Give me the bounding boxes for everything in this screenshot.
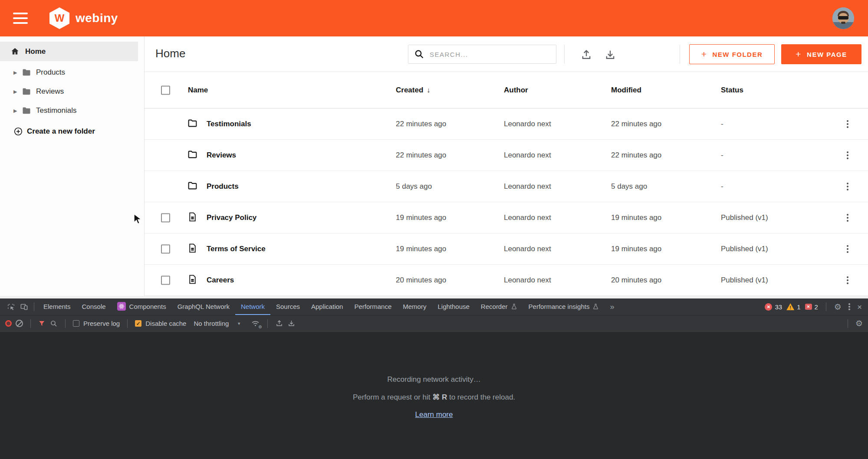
home-icon — [10, 47, 20, 56]
row-modified: 5 days ago — [611, 182, 647, 191]
tab-lighthouse[interactable]: Lighthouse — [432, 298, 475, 315]
row-menu-button[interactable] — [842, 213, 853, 223]
more-tabs-button[interactable]: » — [610, 302, 614, 311]
chevron-down-icon[interactable] — [237, 321, 241, 326]
experiment-flask-icon — [511, 303, 517, 310]
row-name[interactable]: Reviews — [207, 151, 236, 160]
tab-elements[interactable]: Elements — [38, 298, 76, 315]
new-page-label: NEW PAGE — [807, 51, 847, 58]
chevron-right-icon[interactable] — [13, 89, 21, 95]
table-row[interactable]: Careers 20 minutes ago Leonardo next 20 … — [145, 265, 868, 296]
tab-console[interactable]: Console — [76, 298, 112, 315]
hamburger-menu-icon[interactable] — [13, 13, 28, 24]
plus-icon: + — [701, 49, 707, 59]
divider — [848, 319, 848, 328]
network-conditions-icon[interactable]: ⚙ — [251, 319, 260, 328]
search-icon — [414, 49, 424, 59]
tab-sources[interactable]: Sources — [270, 298, 306, 315]
sidebar-item-testimonials[interactable]: Testimonials — [0, 101, 138, 120]
row-menu-button[interactable] — [842, 244, 853, 254]
tab-label: Recorder — [481, 303, 508, 310]
import-icon[interactable] — [580, 49, 592, 61]
tab-graphql-network[interactable]: GraphQL Network — [172, 298, 235, 315]
create-new-folder-button[interactable]: Create a new folder — [0, 123, 138, 140]
tab-recorder[interactable]: Recorder — [475, 298, 523, 315]
devtools-close-icon[interactable]: × — [857, 303, 862, 311]
column-header-author[interactable]: Author — [504, 86, 528, 95]
disable-cache-label[interactable]: Disable cache — [145, 320, 186, 327]
preserve-log-label[interactable]: Preserve log — [83, 320, 120, 327]
devtools-settings-icon[interactable]: ⚙ — [834, 303, 842, 311]
row-name[interactable]: Products — [207, 182, 239, 191]
tab-memory[interactable]: Memory — [397, 298, 432, 315]
warning-count-badge[interactable]: 1 — [786, 303, 800, 311]
export-icon[interactable] — [604, 49, 616, 61]
filter-icon[interactable] — [38, 320, 46, 328]
column-header-modified[interactable]: Modified — [611, 86, 641, 95]
export-har-icon[interactable] — [287, 319, 296, 328]
tab-performance-insights[interactable]: Performance insights — [523, 298, 605, 315]
search-input[interactable] — [430, 51, 542, 58]
import-har-icon[interactable] — [275, 319, 283, 328]
row-modified: 19 minutes ago — [611, 245, 661, 253]
inspect-element-icon[interactable] — [4, 298, 17, 315]
row-menu-button[interactable] — [842, 181, 853, 192]
row-checkbox[interactable] — [161, 213, 170, 222]
row-menu-button[interactable] — [842, 275, 853, 285]
sidebar-item-reviews[interactable]: Reviews — [0, 82, 138, 101]
search-box[interactable] — [408, 45, 556, 64]
row-menu-button[interactable] — [842, 150, 853, 161]
divider — [34, 302, 34, 311]
new-page-button[interactable]: + NEW PAGE — [781, 44, 861, 64]
sidebar-item-products[interactable]: Products — [0, 63, 138, 82]
tab-label: Sources — [276, 303, 300, 310]
devtools-menu-icon[interactable] — [846, 302, 853, 311]
network-settings-icon[interactable]: ⚙ — [855, 319, 863, 328]
sidebar-item-home[interactable]: Home — [0, 42, 138, 61]
table-row[interactable]: Terms of Service 19 minutes ago Leonardo… — [145, 233, 868, 265]
row-checkbox[interactable] — [161, 244, 170, 253]
brand-name: webiny — [76, 11, 118, 25]
disable-cache-checkbox[interactable] — [135, 320, 141, 327]
create-folder-label: Create a new folder — [27, 127, 95, 136]
clear-network-button[interactable] — [16, 320, 23, 327]
divider — [30, 319, 31, 328]
row-name[interactable]: Testimonials — [207, 120, 251, 128]
issues-count-badge[interactable]: 2 — [805, 303, 818, 311]
error-count: 33 — [775, 303, 782, 311]
row-menu-button[interactable] — [842, 119, 853, 129]
row-name[interactable]: Privacy Policy — [207, 213, 256, 222]
learn-more-link[interactable]: Learn more — [415, 410, 453, 419]
select-all-checkbox[interactable] — [161, 85, 170, 95]
row-name[interactable]: Careers — [207, 276, 234, 285]
chevron-right-icon[interactable] — [13, 108, 21, 114]
table-row[interactable]: Products 5 days ago Leonardo next 5 days… — [145, 171, 868, 202]
network-search-icon[interactable] — [50, 320, 58, 328]
tab-network[interactable]: Network — [235, 298, 270, 315]
new-folder-button[interactable]: + NEW FOLDER — [689, 44, 775, 64]
tab-label: Application — [311, 303, 343, 310]
device-toolbar-icon[interactable] — [17, 298, 30, 315]
tab-performance[interactable]: Performance — [349, 298, 397, 315]
table-row[interactable]: Testimonials 22 minutes ago Leonardo nex… — [145, 108, 868, 140]
column-header-name[interactable]: Name — [188, 86, 208, 95]
column-header-status[interactable]: Status — [721, 86, 743, 95]
avatar[interactable] — [832, 7, 854, 29]
row-name[interactable]: Terms of Service — [207, 245, 266, 253]
table-row[interactable]: Privacy Policy 19 minutes ago Leonardo n… — [145, 202, 868, 233]
table-row[interactable]: Reviews 22 minutes ago Leonardo next 22 … — [145, 140, 868, 171]
tab-label: Memory — [403, 303, 426, 310]
record-network-button[interactable] — [5, 320, 12, 327]
column-header-created[interactable]: Created — [396, 86, 430, 95]
preserve-log-checkbox[interactable] — [73, 320, 79, 327]
error-count-badge[interactable]: 33 — [765, 303, 782, 311]
tab-label: GraphQL Network — [178, 303, 230, 310]
throttling-select[interactable]: No throttling — [194, 320, 229, 327]
row-checkbox[interactable] — [161, 275, 170, 285]
warning-icon — [786, 303, 794, 310]
tab-application[interactable]: Application — [306, 298, 349, 315]
chevron-right-icon[interactable] — [13, 70, 21, 75]
tab-components[interactable]: Components — [112, 298, 172, 315]
divider — [65, 319, 66, 328]
webiny-logo-icon: W — [49, 7, 69, 29]
